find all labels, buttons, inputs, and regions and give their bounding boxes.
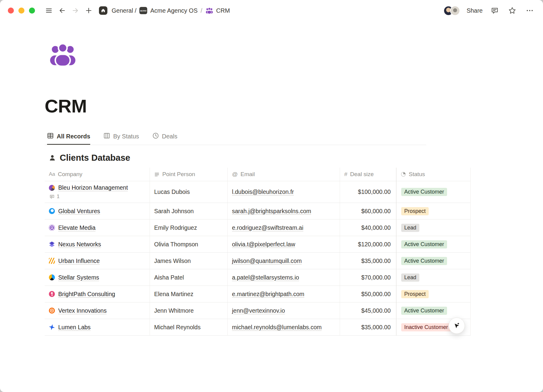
status-badge[interactable]: Active Customer	[401, 240, 447, 248]
breadcrumb-workspace[interactable]: Acme Agency OS	[150, 7, 198, 14]
point-person-cell[interactable]: Aisha Patel	[150, 269, 228, 286]
column-header-email[interactable]: @ Email	[228, 168, 340, 181]
company-cell[interactable]: Nexus Networks	[45, 236, 150, 253]
comment-count-button[interactable]: 1	[49, 194, 59, 200]
email-link[interactable]: e.martinez@brightpath.com	[232, 291, 304, 298]
table-row[interactable]: Lumen LabsMichael Reynoldsmichael.reynol…	[45, 319, 471, 336]
point-person-cell[interactable]: Lucas Dubois	[150, 181, 228, 203]
company-cell[interactable]: BrightPath Consulting	[45, 286, 150, 302]
company-link[interactable]: Urban Influence	[58, 258, 100, 264]
status-cell[interactable]: Active Customer	[396, 302, 471, 319]
status-cell[interactable]: Active Customer	[396, 181, 471, 203]
point-person-cell[interactable]: Michael Reynolds	[150, 319, 228, 336]
email-link[interactable]: jwilson@quantumquill.com	[232, 258, 302, 264]
back-button[interactable]	[57, 5, 68, 16]
deal-size-cell[interactable]: $60,000.00	[340, 203, 396, 220]
deal-size-cell[interactable]: $35,000.00	[340, 253, 396, 269]
company-cell[interactable]: Elevate Media	[45, 220, 150, 236]
status-cell[interactable]: Active Customer	[396, 253, 471, 269]
email-cell[interactable]: michael.reynolds@lumenlabs.com	[228, 319, 340, 336]
table-row[interactable]: BrightPath ConsultingElena Martineze.mar…	[45, 286, 471, 302]
email-cell[interactable]: jenn@vertexinnov.io	[228, 302, 340, 319]
company-link[interactable]: Bleu Horizon Management	[58, 184, 128, 191]
deal-size-cell[interactable]: $120,000.00	[340, 236, 396, 253]
deal-size-cell[interactable]: $40,000.00	[340, 220, 396, 236]
breadcrumb-general[interactable]: General /	[112, 7, 136, 14]
deal-size-cell[interactable]: $100,000.00	[340, 181, 396, 203]
email-link[interactable]: jenn@vertexinnov.io	[232, 307, 285, 314]
email-link[interactable]: olivia.t@pixelperfect.law	[232, 241, 295, 248]
point-person-cell[interactable]: Jenn Whitmore	[150, 302, 228, 319]
company-link[interactable]: Global Ventures	[58, 208, 100, 215]
status-cell[interactable]: Lead	[396, 220, 471, 236]
company-cell[interactable]: Vertex Innovations	[45, 302, 150, 319]
minimize-window-button[interactable]	[18, 8, 24, 14]
column-header-company[interactable]: Aa Company	[45, 168, 150, 181]
company-cell[interactable]: Global Ventures	[45, 203, 150, 220]
column-header-point-person[interactable]: Point Person	[150, 168, 228, 181]
forward-button[interactable]	[70, 5, 81, 16]
share-button[interactable]: Share	[467, 7, 483, 14]
email-cell[interactable]: a.patel@stellarsystems.io	[228, 269, 340, 286]
point-person-cell[interactable]: Elena Martinez	[150, 286, 228, 302]
home-icon[interactable]	[99, 6, 107, 15]
comments-icon[interactable]	[489, 5, 500, 16]
status-badge[interactable]: Lead	[401, 224, 419, 232]
point-person-cell[interactable]: Olivia Thompson	[150, 236, 228, 253]
favorite-star-icon[interactable]	[507, 5, 518, 16]
close-window-button[interactable]	[8, 8, 14, 14]
table-row[interactable]: Bleu Horizon Management1Lucas Duboisl.du…	[45, 181, 471, 203]
table-row[interactable]: Nexus NetworksOlivia Thompsonolivia.t@pi…	[45, 236, 471, 253]
status-cell[interactable]: Prospect	[396, 203, 471, 220]
table-row[interactable]: Urban InfluenceJames Wilsonjwilson@quant…	[45, 253, 471, 269]
column-header-status[interactable]: Status	[396, 168, 471, 181]
deal-size-cell[interactable]: $35,000.00	[340, 319, 396, 336]
tab-all-records[interactable]: All Records	[47, 132, 90, 145]
company-link[interactable]: Stellar Systems	[58, 274, 99, 281]
email-cell[interactable]: jwilson@quantumquill.com	[228, 253, 340, 269]
point-person-cell[interactable]: Sarah Johnson	[150, 203, 228, 220]
status-badge[interactable]: Active Customer	[401, 188, 447, 196]
status-badge[interactable]: Active Customer	[401, 257, 447, 265]
email-cell[interactable]: e.martinez@brightpath.com	[228, 286, 340, 302]
ai-assistant-button[interactable]	[449, 318, 465, 334]
company-cell[interactable]: Urban Influence	[45, 253, 150, 269]
status-badge[interactable]: Inactive Customer	[401, 323, 451, 331]
avatar[interactable]	[450, 6, 460, 16]
deal-size-cell[interactable]: $50,000.00	[340, 286, 396, 302]
company-cell[interactable]: Lumen Labs	[45, 319, 150, 336]
deal-size-cell[interactable]: $45,000.00	[340, 302, 396, 319]
company-link[interactable]: Vertex Innovations	[58, 307, 106, 314]
breadcrumb-page[interactable]: CRM	[216, 7, 230, 14]
company-link[interactable]: Nexus Networks	[58, 241, 101, 248]
table-row[interactable]: Stellar SystemsAisha Patela.patel@stella…	[45, 269, 471, 286]
deal-size-cell[interactable]: $70,000.00	[340, 269, 396, 286]
company-cell[interactable]: Bleu Horizon Management1	[45, 181, 150, 203]
status-cell[interactable]: Active Customer	[396, 236, 471, 253]
table-row[interactable]: Global VenturesSarah Johnsonsarah.j@brig…	[45, 203, 471, 220]
tab-by-status[interactable]: By Status	[103, 132, 139, 145]
email-cell[interactable]: l.dubois@bleuhorizon.fr	[228, 181, 340, 203]
database-title[interactable]: Clients Database	[60, 153, 130, 163]
page-title[interactable]: CRM	[45, 95, 543, 117]
email-link[interactable]: michael.reynolds@lumenlabs.com	[232, 324, 322, 331]
table-row[interactable]: Elevate MediaEmily Rodrigueze.rodriguez@…	[45, 220, 471, 236]
table-row[interactable]: Vertex InnovationsJenn Whitmorejenn@vert…	[45, 302, 471, 319]
column-header-deal-size[interactable]: # Deal size	[340, 168, 396, 181]
email-link[interactable]: sarah.j@brightsparksolns.com	[232, 208, 311, 215]
company-link[interactable]: BrightPath Consulting	[58, 291, 115, 298]
status-badge[interactable]: Lead	[401, 273, 419, 282]
company-cell[interactable]: Stellar Systems	[45, 269, 150, 286]
zoom-window-button[interactable]	[29, 8, 35, 14]
sidebar-toggle-icon[interactable]	[43, 5, 54, 16]
status-badge[interactable]: Prospect	[401, 290, 429, 298]
email-link[interactable]: a.patel@stellarsystems.io	[232, 274, 299, 281]
company-link[interactable]: Elevate Media	[58, 224, 96, 231]
point-person-cell[interactable]: Emily Rodriguez	[150, 220, 228, 236]
point-person-cell[interactable]: James Wilson	[150, 253, 228, 269]
tab-deals[interactable]: Deals	[152, 132, 177, 145]
company-link[interactable]: Lumen Labs	[58, 324, 91, 331]
status-badge[interactable]: Prospect	[401, 207, 429, 215]
email-cell[interactable]: e.rodriguez@swiftstream.ai	[228, 220, 340, 236]
status-cell[interactable]: Prospect	[396, 286, 471, 302]
